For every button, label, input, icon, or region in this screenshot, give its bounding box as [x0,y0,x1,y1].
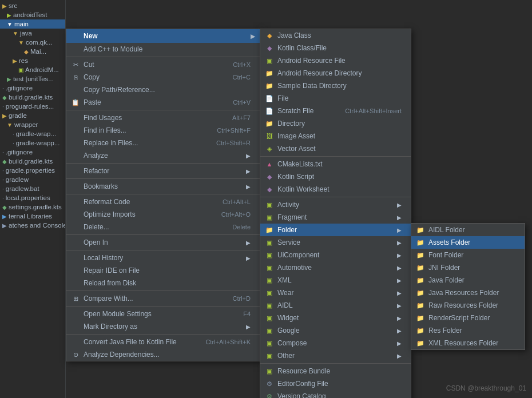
tree-item-settingsgradle[interactable]: ◆ settings.gradle.kts [0,202,65,212]
tree-item-externalibs[interactable]: ▶ ternal Libraries [0,212,65,221]
separator [66,290,260,291]
submenu-arrow: ▶ [246,168,251,174]
menu-item-androidresfile[interactable]: ▣ Android Resource File [260,54,411,67]
menu-item-vectorasset[interactable]: ◈ Vector Asset [260,142,411,155]
menu-item-reload[interactable]: Reload from Disk [66,277,260,289]
menu-item-openin[interactable]: Open In ▶ [66,236,260,249]
menu-item-fragment[interactable]: ▣ Fragment ▶ [260,211,411,224]
separator [66,194,260,194]
tree-item-gitignore2[interactable]: · .gitignore [0,148,65,157]
menu-item-folder[interactable]: 📁 Folder ▶ [260,224,411,236]
menu-item-openmodulesettings[interactable]: Open Module Settings F4 [66,308,260,320]
menu-item-reformatcode[interactable]: Reformat Code Ctrl+Alt+L [66,196,260,208]
tree-item-buildgradle2[interactable]: ◆ build.gradle.kts [0,157,65,166]
menu-item-bookmarks[interactable]: Bookmarks ▶ [66,180,260,193]
menu-label: Google [277,327,300,335]
tree-item-gradlew[interactable]: · gradlew [0,175,65,184]
tree-item-localprops[interactable]: · local.properties [0,193,65,202]
menu-label: Raw Resources Folder [428,301,498,309]
menu-item-cmakelists[interactable]: ▲ CMakeLists.txt [260,158,411,170]
menu-item-editorcfg[interactable]: ⚙ EditorConfig File [260,377,411,390]
menu-item-resourcebundle[interactable]: ▣ Resource Bundle [260,365,411,377]
submenu-arrow: ▶ [397,265,402,271]
menu-item-replaceinfiles[interactable]: Replace in Files... Ctrl+Shift+R [66,137,260,149]
tree-item-androidmanifest[interactable]: ▣ AndroidM... [0,65,65,74]
tree-item-gradlewrap1[interactable]: · gradle-wrap... [0,129,65,138]
tree-item-package[interactable]: ▼ com.qk... [0,38,65,47]
menu-item-xmlresfolder[interactable]: 📁 XML Resources Folder [411,337,525,349]
tree-item-java[interactable]: ▼ java [0,29,65,38]
menu-item-new[interactable]: New ▶ [66,29,260,43]
menu-item-javaresfolder[interactable]: 📁 Java Resources Folder [411,286,525,299]
menu-item-androidresdir[interactable]: 📁 Android Resource Directory [260,67,411,79]
menu-item-google[interactable]: ▣ Google ▶ [260,324,411,337]
test-folder-icon: ▶ [7,76,11,82]
menu-label: Delete... [84,223,109,231]
menu-item-paste[interactable]: 📋 Paste Ctrl+V [66,96,260,109]
menu-item-findusages[interactable]: Find Usages Alt+F7 [66,112,260,124]
tree-item-res[interactable]: ▶ res [0,56,65,65]
menu-item-optimizeimports[interactable]: Optimize Imports Ctrl+Alt+O [66,208,260,221]
menu-item-jnifolder[interactable]: 📁 JNI Folder [411,261,525,274]
menu-item-comparewith[interactable]: ⊞ Compare With... Ctrl+D [66,292,260,305]
tree-item-mainactivity[interactable]: ◆ Mai... [0,47,65,56]
menu-item-automotive[interactable]: ▣ Automotive ▶ [260,261,411,274]
tree-item-src[interactable]: ▶ src [0,1,65,10]
menu-item-renderscriptfolder[interactable]: 📁 RenderScript Folder [411,312,525,324]
menu-item-uicomponent[interactable]: ▣ UiComponent ▶ [260,249,411,261]
menu-item-addcpp[interactable]: Add C++ to Module [66,43,260,55]
tree-item-test[interactable]: ▶ test [unitTes... [0,74,65,83]
aidl-icon: ▣ [265,302,274,309]
menu-item-widget[interactable]: ▣ Widget ▶ [260,312,411,324]
menu-item-analyze[interactable]: Analyze ▶ [66,149,260,162]
menu-item-resfolder[interactable]: 📁 Res Folder [411,324,525,337]
menu-item-kotlinworksheet[interactable]: ◆ Kotlin Worksheet [260,183,411,196]
menu-item-activity[interactable]: ▣ Activity ▶ [260,198,411,211]
tree-item-proguard[interactable]: · proguard-rules... [0,102,65,111]
tree-item-buildgradle[interactable]: ◆ build.gradle.kts [0,93,65,102]
java-file-icon: ◆ [24,49,29,55]
menu-item-delete[interactable]: Delete... Delete [66,221,260,233]
menu-item-fontfolder[interactable]: 📁 Font Folder [411,249,525,261]
menu-item-convertjava[interactable]: Convert Java File to Kotlin File Ctrl+Al… [66,336,260,348]
menu-item-aidlfolder[interactable]: 📁 AIDL Folder [411,224,525,236]
tree-item-gradleprops[interactable]: · gradle.properties [0,166,65,175]
menu-item-javafolder[interactable]: 📁 Java Folder [411,274,525,286]
menu-item-rawresfolder[interactable]: 📁 Raw Resources Folder [411,299,525,312]
tree-item-wrapper[interactable]: ▼ wrapper [0,120,65,129]
tree-item-gradlewrap2[interactable]: · gradle-wrapp... [0,138,65,148]
tree-item-main[interactable]: ▼ main [0,19,65,29]
menu-item-repairie[interactable]: Repair IDE on File [66,264,260,277]
menu-item-refactor[interactable]: Refactor ▶ [66,165,260,177]
menu-item-kotlinscript[interactable]: ◆ Kotlin Script [260,170,411,183]
kotlinclass-icon: ◆ [265,45,274,52]
menu-item-copypath[interactable]: Copy Path/Reference... [66,83,260,96]
tree-item-androidtest[interactable]: ▶ androidTest [0,10,65,19]
menu-item-cut[interactable]: ✂ Cut Ctrl+X [66,58,260,71]
menu-item-other[interactable]: ▣ Other ▶ [260,349,411,362]
menu-item-markdiras[interactable]: Mark Directory as ▶ [66,320,260,333]
tree-item-gitignore1[interactable]: · .gitignore [0,83,65,93]
menu-item-xml[interactable]: ▣ XML ▶ [260,274,411,286]
menu-item-findinfiles[interactable]: Find in Files... Ctrl+Shift+F [66,124,260,137]
menu-item-javaclass[interactable]: ◆ Java Class [260,29,411,42]
menu-item-assetsfolder[interactable]: 📁 Assets Folder [411,236,525,249]
kotlinworksheet-icon: ◆ [265,186,274,193]
menu-item-versioncatalog[interactable]: ⚙ Version Catalog [260,390,411,398]
menu-item-compose[interactable]: ▣ Compose ▶ [260,337,411,349]
menu-item-kotlinclass[interactable]: ◆ Kotlin Class/File [260,42,411,54]
menu-item-directory[interactable]: 📁 Directory [260,117,411,130]
menu-item-scratchfile[interactable]: 📄 Scratch File Ctrl+Alt+Shift+Insert [260,105,411,117]
menu-item-file[interactable]: 📄 File [260,92,411,105]
tree-item-scratches[interactable]: ▶ atches and Console [0,221,65,230]
tree-item-gradlewbat[interactable]: · gradlew.bat [0,184,65,193]
menu-item-aidl[interactable]: ▣ AIDL ▶ [260,299,411,312]
menu-item-localhistory[interactable]: Local History ▶ [66,252,260,264]
menu-item-wear[interactable]: ▣ Wear ▶ [260,286,411,299]
menu-item-service[interactable]: ▣ Service ▶ [260,236,411,249]
tree-item-gradle[interactable]: ▶ gradle [0,111,65,120]
menu-item-copy[interactable]: ⎘ Copy Ctrl+C [66,71,260,83]
menu-item-analyzedeps[interactable]: ⊙ Analyze Dependencies... [66,348,260,361]
menu-item-imageasset[interactable]: 🖼 Image Asset [260,130,411,142]
menu-item-sampledatadir[interactable]: 📁 Sample Data Directory [260,79,411,92]
